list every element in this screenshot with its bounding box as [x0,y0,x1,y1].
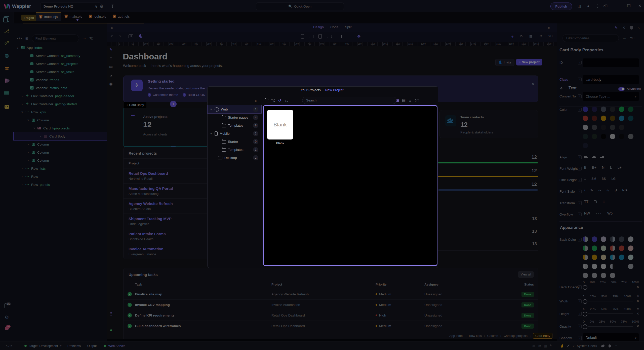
expander-icon[interactable] [210,108,213,111]
color-swatch[interactable] [619,246,624,251]
more-options-icon[interactable]: ⋯ [623,36,626,40]
highlighter-pen-icon[interactable]: ✎ [590,188,593,192]
deploy-cloud-icon[interactable]: ↧ [111,4,114,9]
settings-gear-icon[interactable]: ⚙ [4,314,10,321]
expand-right-icon[interactable]: » [548,25,550,30]
updates-icon[interactable]: 25 [4,302,10,309]
actions-bolt-icon[interactable]: ϟ [511,34,513,39]
layout-panels-icon[interactable]: ◫ [578,4,581,8]
invite-button[interactable]: 👤Invite [495,59,514,66]
font-weight-option[interactable]: L+ [618,165,622,169]
qr-code-icon[interactable]: ▦ [529,34,532,38]
help-icon[interactable]: ?⃝ [548,34,553,38]
tree-item[interactable]: Row lists [14,164,107,172]
transform-option[interactable]: TT [584,200,588,204]
undo-icon[interactable]: ↶ [110,34,113,38]
nowrap-option[interactable]: NW [584,211,590,215]
color-swatch[interactable] [619,273,624,278]
color-swatch[interactable] [610,107,615,112]
font-weight-option[interactable]: L [610,165,612,169]
workflows-icon[interactable]: ☍ [4,40,10,46]
color-swatch[interactable] [601,107,606,112]
project-settings-gear-icon[interactable]: ⚙ [100,4,103,9]
dark-mode-moon-icon[interactable] [139,34,143,38]
opacity-slider[interactable]: ✕ [583,324,639,329]
color-swatch[interactable] [583,143,588,148]
color-swatch[interactable] [619,236,624,242]
color-swatch[interactable] [610,125,615,130]
help-icon[interactable]: ?⃝ [414,98,420,103]
template-tree-item[interactable]: Templates 1 [208,146,261,154]
color-swatch[interactable] [592,255,597,260]
file-tab[interactable]: 5 index.ejs [36,12,61,21]
edit-pencil-icon[interactable]: ✎ [108,47,113,52]
tree-item[interactable]: Server Connect sc_projects [14,60,107,68]
template-tree-item[interactable]: Web 1 [208,105,261,113]
file-tab[interactable]: 5 main.ejs [61,12,85,21]
tab-your-projects[interactable]: Your Projects [301,88,321,92]
visibility-eye-icon[interactable]: ◉ [108,81,113,86]
ai-robot-icon[interactable] [4,103,10,110]
color-swatch[interactable] [592,116,597,121]
id-input[interactable] [583,58,639,67]
color-swatch[interactable] [601,143,606,148]
cleanup-broom-icon[interactable] [567,344,570,347]
color-swatch[interactable] [592,236,597,242]
clear-icon[interactable]: ✕ [636,312,639,316]
code-view-icon[interactable]: </> [17,37,22,40]
color-swatch[interactable] [601,246,606,251]
color-swatch[interactable] [628,264,633,269]
template-search-input[interactable]: Search [302,97,397,104]
expander-icon[interactable] [39,134,42,138]
transform-option[interactable]: tt [603,200,605,204]
color-swatch[interactable] [601,264,606,269]
database-icon[interactable] [4,53,10,59]
color-swatch[interactable] [583,116,588,121]
align-right-icon[interactable] [600,155,604,158]
color-swatch[interactable] [583,134,588,139]
color-swatch[interactable] [619,255,624,260]
list-view-icon[interactable]: ≡ [407,98,414,103]
color-swatch[interactable] [628,107,633,112]
quill-icon[interactable]: ✑ [598,188,601,192]
fluid-move-icon[interactable]: ✥ [357,34,360,39]
routing-signpost-icon[interactable] [4,65,10,72]
eraser-icon[interactable] [601,344,605,347]
color-swatch[interactable] [610,246,615,251]
width-slider[interactable]: ✕ [583,299,639,303]
drag-handle-icon[interactable]: ✥ [560,86,563,90]
collapse-left-icon[interactable]: « [111,25,113,30]
more-options-icon[interactable]: ⋯ [83,37,86,40]
color-swatch[interactable] [610,134,615,139]
color-swatch[interactable] [601,236,606,242]
help-icon[interactable]: ?⃝ [630,36,634,40]
tree-item[interactable]: Variable trends [14,76,107,84]
git-branch-icon[interactable]: ⎇ [4,27,10,34]
color-swatch[interactable] [592,264,597,269]
kpi-card-team-contacts[interactable]: Team contacts 12 People & stakeholders [439,110,538,138]
transform-option[interactable]: Tt [594,200,597,204]
template-tree-item[interactable]: Desktop 2 [208,154,261,162]
fit-screen-icon[interactable]: ▭ [532,344,535,348]
color-swatch[interactable] [628,143,633,148]
new-project-button[interactable]: + New project [516,59,542,65]
tree-item[interactable]: Row kpis [14,108,107,116]
color-swatch[interactable] [610,273,615,278]
color-swatch[interactable] [592,273,597,278]
color-swatch[interactable] [592,107,597,112]
layers-icon[interactable] [4,90,10,96]
events-bolt-icon[interactable]: ϟ [638,26,640,30]
help-icon[interactable]: ?⃝ [603,4,608,8]
grid-icon[interactable]: ▦ [544,344,547,348]
font-weight-option[interactable]: N [602,165,605,169]
expander-icon[interactable] [27,119,30,122]
screenshot-camera-icon[interactable] [129,34,133,39]
phone-portrait-icon[interactable] [301,34,304,39]
tree-item[interactable]: Row [14,172,107,181]
kebab-menu-icon[interactable]: ⋮ [596,4,599,8]
slider-handle[interactable] [583,299,587,304]
collapse-left-icon[interactable]: « [252,98,259,103]
find-elements-input[interactable]: Find Elements [32,34,79,42]
color-swatch[interactable] [583,264,588,269]
task-row[interactable]: ✓ Define KPI requirements Retail Ops Das… [124,310,538,321]
